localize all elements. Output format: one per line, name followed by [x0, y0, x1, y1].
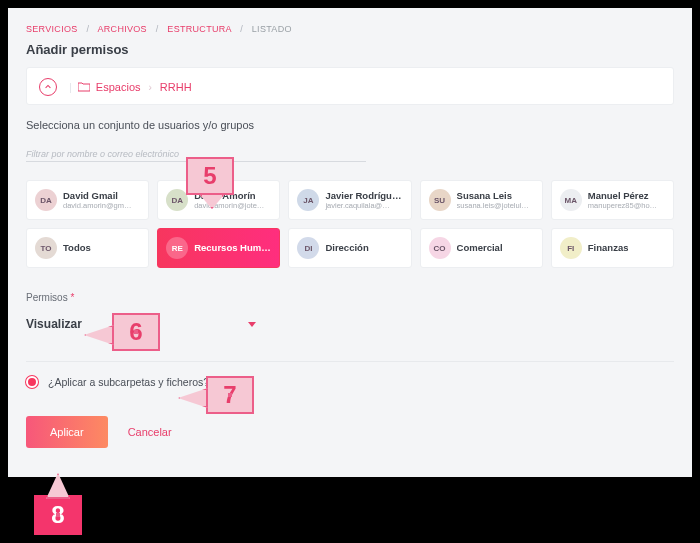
user-name: David Gmail	[63, 190, 131, 201]
user-card[interactable]: DA David Gmail david.amorin@gm…	[26, 180, 149, 220]
group-card[interactable]: FI Finanzas	[551, 228, 674, 268]
breadcrumb: SERVICIOS / ARCHIVOS / ESTRUCTURA / LIST…	[26, 24, 674, 34]
annotation-8: 8	[34, 495, 82, 535]
user-email: david.amorin@gm…	[63, 201, 131, 210]
annotation-6: 6	[112, 313, 160, 351]
permissions-label: Permisos *	[26, 292, 674, 303]
collapse-icon[interactable]	[39, 78, 57, 96]
user-name: Susana Leis	[457, 190, 529, 201]
path-box: | Espacios › RRHH	[26, 67, 674, 105]
apply-subfolders-row[interactable]: ¿Aplicar a subcarpetas y ficheros?	[26, 376, 674, 388]
user-card[interactable]: SU Susana Leis susana.leis@jotelul…	[420, 180, 543, 220]
avatar: FI	[560, 237, 582, 259]
crumb-archivos[interactable]: ARCHIVOS	[98, 24, 147, 34]
user-name: Javier Rodrígue…	[325, 190, 402, 201]
group-name: Dirección	[325, 242, 368, 253]
avatar: RE	[166, 237, 188, 259]
path-current[interactable]: RRHH	[160, 81, 192, 93]
avatar: CO	[429, 237, 451, 259]
crumb-servicios[interactable]: SERVICIOS	[26, 24, 78, 34]
annotation-5: 5	[186, 157, 234, 195]
group-card[interactable]: DI Dirección	[288, 228, 411, 268]
user-name: Manuel Pérez	[588, 190, 657, 201]
path-spaces[interactable]: Espacios	[96, 81, 141, 93]
user-email: javier.caquilala@…	[325, 201, 402, 210]
group-name: Finanzas	[588, 242, 629, 253]
cancel-button[interactable]: Cancelar	[128, 426, 172, 438]
apply-button[interactable]: Aplicar	[26, 416, 108, 448]
avatar: DA	[35, 189, 57, 211]
caret-down-icon	[248, 322, 256, 327]
radio-checked-icon[interactable]	[26, 376, 38, 388]
page-title: Añadir permisos	[26, 42, 674, 57]
group-name: Todos	[63, 242, 91, 253]
avatar: TO	[35, 237, 57, 259]
folder-icon	[78, 82, 90, 92]
user-group-grid: DA David Gmail david.amorin@gm… DA David…	[26, 180, 674, 268]
permissions-panel: SERVICIOS / ARCHIVOS / ESTRUCTURA / LIST…	[8, 8, 692, 477]
crumb-current: LISTADO	[252, 24, 292, 34]
chevron-right-icon: ›	[149, 82, 152, 93]
filter-input[interactable]: Filtrar por nombre o correo electrónico	[26, 149, 674, 159]
group-name: Comercial	[457, 242, 503, 253]
avatar: DA	[166, 189, 188, 211]
user-card[interactable]: MA Manuel Pérez manuperez85@ho…	[551, 180, 674, 220]
avatar: MA	[560, 189, 582, 211]
section-subtitle: Selecciona un conjunto de usuarios y/o g…	[26, 119, 674, 131]
apply-subfolders-label: ¿Aplicar a subcarpetas y ficheros?	[48, 376, 209, 388]
group-card[interactable]: CO Comercial	[420, 228, 543, 268]
user-email: manuperez85@ho…	[588, 201, 657, 210]
group-name: Recursos Huma…	[194, 242, 271, 253]
divider	[26, 361, 674, 362]
annotation-7: 7	[206, 376, 254, 414]
group-card-selected[interactable]: RE Recursos Huma…	[157, 228, 280, 268]
crumb-estructura[interactable]: ESTRUCTURA	[167, 24, 231, 34]
permissions-value: Visualizar	[26, 317, 82, 331]
user-card[interactable]: JA Javier Rodrígue… javier.caquilala@…	[288, 180, 411, 220]
avatar: SU	[429, 189, 451, 211]
group-card[interactable]: TO Todos	[26, 228, 149, 268]
avatar: DI	[297, 237, 319, 259]
user-email: susana.leis@jotelul…	[457, 201, 529, 210]
avatar: JA	[297, 189, 319, 211]
user-email: david.amorin@jote…	[194, 201, 264, 210]
